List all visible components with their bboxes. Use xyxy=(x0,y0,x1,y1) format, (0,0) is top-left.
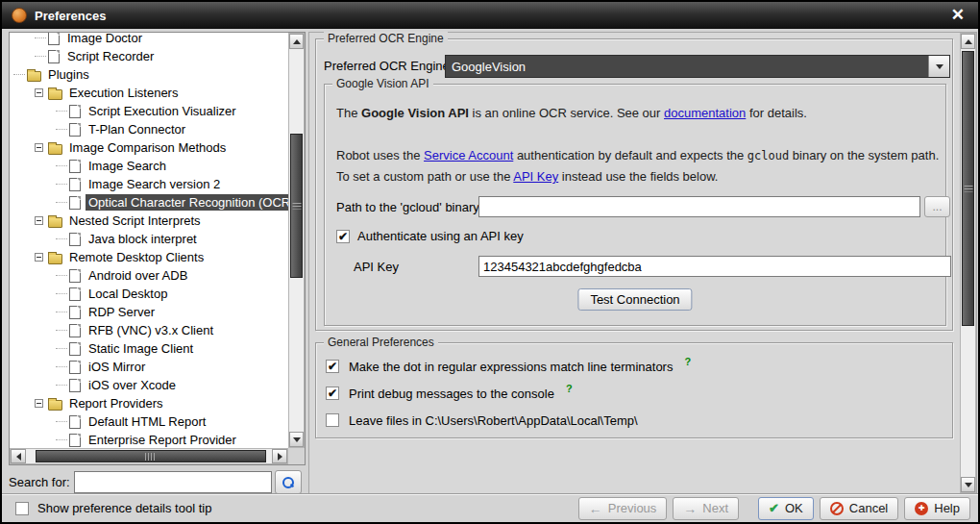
browse-button[interactable]: ... xyxy=(924,196,950,217)
settings-panel: Preferred OCR Engine Preferred OCR Engin… xyxy=(308,32,977,494)
tree-vertical-scrollbar[interactable] xyxy=(288,33,305,448)
doc-icon xyxy=(48,50,60,63)
tree-item[interactable]: Static Image Client xyxy=(10,339,288,358)
tree-item-label: Script Recorder xyxy=(64,48,157,64)
gcloud-path-input[interactable] xyxy=(478,196,920,217)
previous-button[interactable]: ←Previous xyxy=(578,497,668,520)
dialog-buttons: ←Previous→Next✔OKCancel✚Help xyxy=(578,497,970,520)
tree-item[interactable]: Script Recorder xyxy=(10,47,288,65)
tree-item-label: Optical Character Recognition (OCR) xyxy=(86,194,288,211)
chevron-down-icon[interactable] xyxy=(928,56,949,77)
link[interactable]: Service Account xyxy=(424,148,513,162)
checkbox[interactable] xyxy=(326,413,339,427)
tree-connector xyxy=(56,330,67,331)
next-icon: → xyxy=(683,502,697,515)
previous-button-label: Previous xyxy=(608,501,657,515)
general-pref-row[interactable]: Make the dot in regular expressions matc… xyxy=(326,353,943,380)
panel-vertical-scrollbar[interactable] xyxy=(960,33,976,493)
general-pref-label: Make the dot in regular expressions matc… xyxy=(349,360,673,374)
auth-text-line1: Robot uses the Service Account authentic… xyxy=(336,146,939,165)
gcloud-path-label: Path to the 'gcloud' binary xyxy=(336,200,479,214)
tree-item[interactable]: RFB (VNC) v3.x Client xyxy=(10,321,288,339)
tree-item[interactable]: iOS Mirror xyxy=(10,358,288,376)
doc-icon xyxy=(48,33,60,45)
tree-item[interactable]: Plugins xyxy=(10,65,288,84)
auth-api-key-checkbox[interactable] xyxy=(336,230,350,243)
tree-scrollbar-thumb[interactable] xyxy=(290,134,303,278)
collapse-handle-icon[interactable] xyxy=(35,88,43,97)
tree-hscrollbar-thumb[interactable] xyxy=(36,450,266,462)
tree-item[interactable]: Execution Listeners xyxy=(10,84,288,102)
scroll-up-icon[interactable] xyxy=(961,34,975,49)
tree-item[interactable]: Report Providers xyxy=(10,394,288,412)
tree-item[interactable]: RDP Server xyxy=(10,303,288,321)
tree-item[interactable]: Java block interpret xyxy=(10,230,288,248)
tree-item[interactable]: Nested Script Interprets xyxy=(10,212,288,230)
intro-text: The Google Vision API is an online OCR s… xyxy=(336,104,807,123)
checkbox[interactable] xyxy=(326,387,339,400)
tree-item-label: Android over ADB xyxy=(86,267,190,284)
scroll-down-icon[interactable] xyxy=(961,477,975,492)
title-bar: Preferences ✕ xyxy=(2,2,978,29)
collapse-handle-icon[interactable] xyxy=(35,216,43,225)
search-button[interactable] xyxy=(275,470,302,494)
link[interactable]: documentation xyxy=(664,106,746,120)
doc-icon xyxy=(69,379,81,392)
ok-button[interactable]: ✔OK xyxy=(758,497,814,520)
folder-icon xyxy=(48,144,62,155)
ocr-engine-dropdown[interactable]: GoogleVision xyxy=(445,55,950,78)
scroll-left-icon[interactable] xyxy=(11,449,26,463)
auth-api-key-checkbox-row[interactable]: Authenticate using an API key xyxy=(336,229,524,243)
tree-item-label: Image Search version 2 xyxy=(86,176,223,192)
api-key-label: API Key xyxy=(354,260,399,274)
tree-item[interactable]: Android over ADB xyxy=(10,266,288,285)
tree-connector xyxy=(56,275,67,276)
ok-icon: ✔ xyxy=(769,502,779,514)
tree-item[interactable]: Image Doctor xyxy=(10,33,288,47)
tree-item[interactable]: Script Execution Visualizer xyxy=(10,102,288,120)
scroll-up-icon[interactable] xyxy=(289,34,304,49)
text-segment: authentication by default and expects th… xyxy=(513,148,747,162)
collapse-handle-icon[interactable] xyxy=(35,143,43,152)
show-tooltip-checkbox[interactable] xyxy=(15,502,29,515)
folder-icon xyxy=(48,217,62,228)
checkbox[interactable] xyxy=(326,360,339,373)
collapse-handle-icon[interactable] xyxy=(35,253,43,262)
text-segment: Google Vision API xyxy=(361,106,469,120)
tree-item-label: Default HTML Report xyxy=(86,413,208,430)
next-button[interactable]: →Next xyxy=(673,497,739,520)
tree-item-label: Static Image Client xyxy=(86,340,196,357)
test-connection-button[interactable]: Test Connection xyxy=(577,288,692,311)
tree-item[interactable]: Default HTML Report xyxy=(10,412,288,431)
panel-scrollbar-thumb[interactable] xyxy=(962,51,974,326)
link[interactable]: API Key xyxy=(513,169,558,184)
help-icon[interactable]: ? xyxy=(684,353,691,367)
tree-item[interactable]: Local Desktop xyxy=(10,285,288,303)
general-pref-row[interactable]: Leave files in C:\Users\Robert\AppData\L… xyxy=(326,407,943,434)
general-pref-row[interactable]: Print debug messages to the console? xyxy=(326,380,943,407)
cancel-button[interactable]: Cancel xyxy=(820,497,898,520)
search-input[interactable] xyxy=(74,471,272,493)
tree-item[interactable]: Image Comparison Methods xyxy=(10,138,288,157)
tree-connector xyxy=(56,111,67,112)
tree-item-label: Nested Script Interprets xyxy=(66,212,204,229)
scroll-right-icon[interactable] xyxy=(272,449,287,463)
tree-item[interactable]: iOS over Xcode xyxy=(10,376,288,394)
scroll-down-icon[interactable] xyxy=(289,432,304,447)
tree-item[interactable]: Image Search xyxy=(10,157,288,175)
close-icon[interactable]: ✕ xyxy=(951,6,965,25)
show-tooltip-checkbox-row[interactable]: Show preference details tool tip xyxy=(15,501,578,515)
tree-connector xyxy=(56,293,67,294)
tree-item[interactable]: Remote Desktop Clients xyxy=(10,248,288,266)
tree-item[interactable]: Optical Character Recognition (OCR) xyxy=(10,193,288,212)
help-button[interactable]: ✚Help xyxy=(904,497,970,520)
tree-item[interactable]: Enterprise Report Provider xyxy=(10,431,288,448)
tree-item[interactable]: T-Plan Connector xyxy=(10,120,288,138)
folder-icon xyxy=(48,400,62,411)
tree-horizontal-scrollbar[interactable] xyxy=(10,448,288,464)
collapse-handle-icon[interactable] xyxy=(35,399,43,408)
api-key-input[interactable] xyxy=(478,256,951,277)
tree-item[interactable]: Image Search version 2 xyxy=(10,175,288,193)
help-icon[interactable]: ? xyxy=(566,380,573,394)
footer-bar: Show preference details tool tip ←Previo… xyxy=(2,493,978,522)
